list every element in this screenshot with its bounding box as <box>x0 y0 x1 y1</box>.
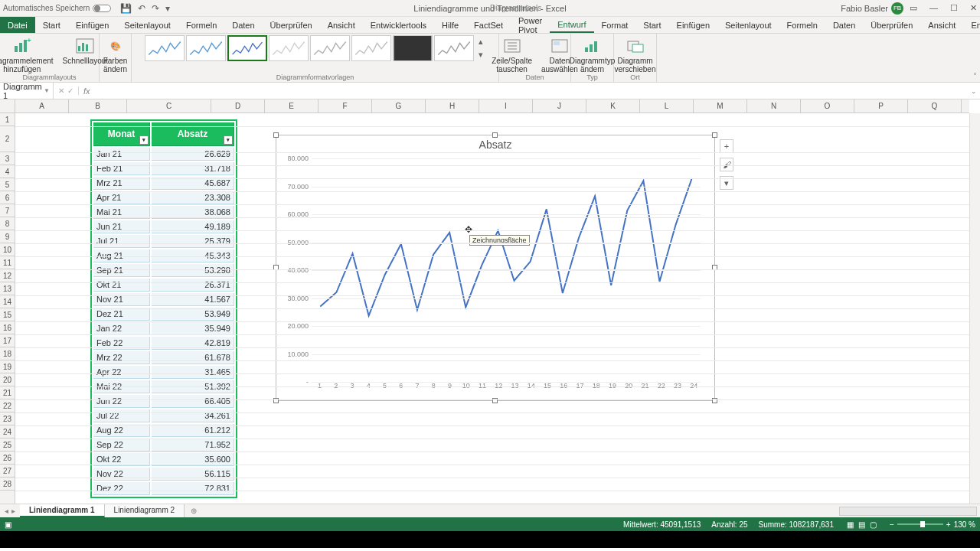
tab-seitenlayout[interactable]: Seitenlayout <box>116 17 178 33</box>
tab-überprüfen[interactable]: Überprüfen <box>863 17 920 33</box>
close-icon[interactable]: ✕ <box>970 3 977 13</box>
zoom-level[interactable]: 130 % <box>954 520 975 529</box>
toggle-icon[interactable] <box>93 5 111 12</box>
table-row[interactable]: Nov 2256.115 <box>93 468 234 481</box>
switch-row-column-button[interactable]: Zeile/Spalte tauschen <box>488 35 535 75</box>
cell-value[interactable]: 35.949 <box>152 322 234 335</box>
column-header[interactable]: C <box>127 99 211 112</box>
row-header[interactable]: 8 <box>0 217 15 230</box>
column-header[interactable]: N <box>747 99 801 112</box>
tab-factset[interactable]: FactSet <box>466 17 511 33</box>
tab-daten[interactable]: Daten <box>224 17 262 33</box>
row-header[interactable]: 16 <box>0 321 15 334</box>
maximize-icon[interactable]: ☐ <box>950 3 958 13</box>
row-header[interactable]: 24 <box>0 425 15 439</box>
sheet-nav[interactable]: ◂▸ <box>0 507 20 515</box>
row-header[interactable]: 21 <box>0 386 15 399</box>
table-row[interactable]: Jul 2234.261 <box>93 409 234 422</box>
sheet-tab[interactable]: Liniendiagramm 1 <box>20 504 105 517</box>
row-header[interactable]: 19 <box>0 360 15 373</box>
cell-month[interactable]: Jan 21 <box>93 148 150 161</box>
tab-ansicht[interactable]: Ansicht <box>920 17 963 33</box>
tab-ansicht[interactable]: Ansicht <box>320 17 363 33</box>
row-header[interactable]: 6 <box>0 191 15 204</box>
cell-month[interactable]: Sep 22 <box>93 439 150 452</box>
worksheet-grid[interactable]: ABCDEFGHIJKLMNOPQ 1234567891011121314151… <box>0 99 980 504</box>
tab-formeln[interactable]: Formeln <box>178 17 224 33</box>
cell-value[interactable]: 71.952 <box>152 439 234 452</box>
column-headers[interactable]: ABCDEFGHIJKLMNOPQ <box>15 99 969 113</box>
row-header[interactable]: 4 <box>0 165 15 178</box>
table-row[interactable]: Jul 2125.379 <box>93 235 234 248</box>
column-header[interactable]: M <box>694 99 747 112</box>
row-header[interactable]: 14 <box>0 295 15 308</box>
cell-month[interactable]: Dez 21 <box>93 308 150 321</box>
chart-style-4[interactable] <box>269 35 309 61</box>
tab-überprüfen[interactable]: Überprüfen <box>263 17 320 33</box>
column-header[interactable]: B <box>69 99 127 112</box>
row-header[interactable]: 18 <box>0 347 15 360</box>
column-header[interactable]: L <box>640 99 694 112</box>
enter-formula-icon[interactable]: ✓ <box>67 86 74 95</box>
ribbon-options-icon[interactable]: ▭ <box>910 3 917 13</box>
cell-month[interactable]: Nov 22 <box>93 468 150 481</box>
chart-styles-button[interactable]: 🖌 <box>720 158 733 171</box>
tab-entwurf[interactable]: Entwurf <box>550 17 593 33</box>
tab-file[interactable]: Datei <box>0 17 35 33</box>
cell-value[interactable]: 53.298 <box>152 264 234 277</box>
table-row[interactable]: Apr 2231.465 <box>93 366 234 379</box>
table-row[interactable]: Mrz 2261.678 <box>93 351 234 364</box>
cell-value[interactable]: 26.371 <box>152 279 234 292</box>
chart-style-3[interactable] <box>227 35 267 61</box>
sheet-tab[interactable]: Liniendiagramm 2 <box>105 504 185 517</box>
row-header[interactable]: 12 <box>0 269 15 282</box>
table-row[interactable]: Jun 2149.189 <box>93 220 234 233</box>
cell-value[interactable]: 26.629 <box>152 148 234 161</box>
save-icon[interactable]: 💾 <box>120 3 132 14</box>
tab-start[interactable]: Start <box>635 17 668 33</box>
chart-title[interactable]: Absatz <box>276 135 714 154</box>
redo-icon[interactable]: ↷ <box>152 3 159 14</box>
cancel-formula-icon[interactable]: ✕ <box>58 86 64 95</box>
tab-formeln[interactable]: Formeln <box>779 17 825 33</box>
cell-value[interactable]: 31.465 <box>152 366 234 379</box>
cell-value[interactable]: 34.261 <box>152 409 234 422</box>
cell-value[interactable]: 56.115 <box>152 468 234 481</box>
row-header[interactable]: 23 <box>0 412 15 425</box>
row-header[interactable]: 13 <box>0 282 15 295</box>
table-row[interactable]: Apr 2123.308 <box>93 191 234 204</box>
tab-entwicklertools[interactable]: Entwicklertools <box>963 17 980 33</box>
undo-icon[interactable]: ↶ <box>138 3 145 14</box>
chart-style-5[interactable] <box>310 35 350 61</box>
column-header[interactable]: J <box>533 99 586 112</box>
resize-handle[interactable] <box>712 132 717 138</box>
tab-seitenlayout[interactable]: Seitenlayout <box>717 17 779 33</box>
name-box[interactable]: Diagramm 1▼ <box>0 82 54 100</box>
row-header[interactable]: 22 <box>0 399 15 412</box>
expand-formula-icon[interactable]: ⌄ <box>968 87 980 95</box>
row-header[interactable]: 1 <box>0 113 15 126</box>
row-header[interactable]: 5 <box>0 178 15 191</box>
row-header[interactable]: 3 <box>0 152 15 165</box>
cell-month[interactable]: Dez 22 <box>93 482 150 495</box>
cell-value[interactable]: 23.308 <box>152 191 234 204</box>
row-header[interactable]: 11 <box>0 256 15 269</box>
cell-value[interactable]: 53.949 <box>152 308 234 321</box>
column-header[interactable]: D <box>211 99 265 112</box>
filter-icon[interactable]: ▾ <box>139 135 149 145</box>
select-all-corner[interactable] <box>0 99 15 113</box>
table-row[interactable]: Jan 2235.949 <box>93 322 234 335</box>
cell-value[interactable]: 61.678 <box>152 351 234 364</box>
tab-format[interactable]: Format <box>594 17 636 33</box>
row-header[interactable]: 26 <box>0 452 15 465</box>
table-row[interactable]: Jan 2126.629 <box>93 148 234 161</box>
tab-start[interactable]: Start <box>35 17 68 33</box>
cells-area[interactable]: Monat▾ Absatz▾ Jan 2126.629Feb 2131.718M… <box>15 113 969 504</box>
add-chart-element-button[interactable]: + Diagrammelement hinzufügen <box>0 35 57 75</box>
change-colors-button[interactable]: 🎨 Farben ändern <box>100 35 131 75</box>
cell-value[interactable]: 49.189 <box>152 220 234 233</box>
chart-style-1[interactable] <box>145 35 185 61</box>
user-account[interactable]: Fabio Basler FB <box>841 2 903 15</box>
table-row[interactable]: Dez 2272.831 <box>93 482 234 495</box>
row-header[interactable]: 10 <box>0 243 15 256</box>
